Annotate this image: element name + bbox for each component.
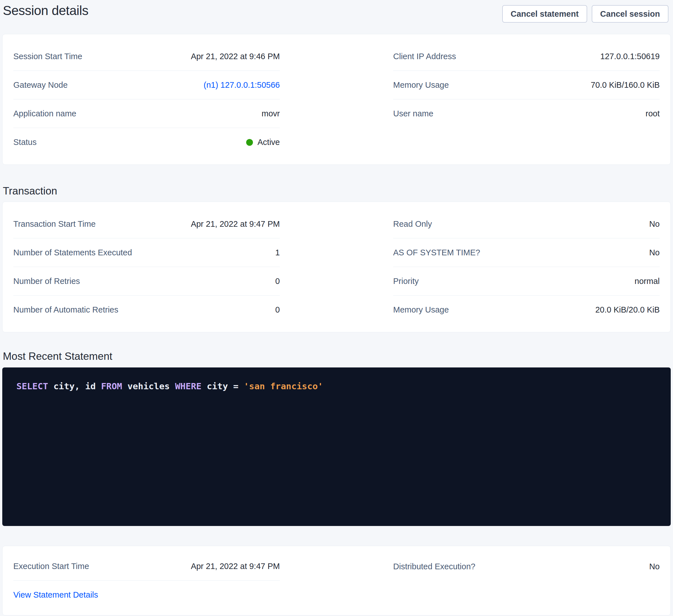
row-value: 127.0.0.1:50619 — [600, 52, 660, 61]
row-label: Memory Usage — [393, 305, 449, 315]
application-name-row: Application name movr — [13, 99, 280, 128]
page-header: Session details Cancel statement Cancel … — [0, 0, 673, 23]
execution-card-right-column: Distributed Execution? No — [393, 552, 660, 581]
client-ip-row: Client IP Address 127.0.0.1:50619 — [393, 42, 660, 71]
cancel-statement-button[interactable]: Cancel statement — [502, 5, 587, 23]
sql-statement-box: SELECT city, id FROM vehicles WHERE city… — [2, 367, 671, 526]
row-label: Priority — [393, 277, 419, 286]
execution-card-left-column: Execution Start Time Apr 21, 2022 at 9:4… — [13, 552, 280, 609]
row-value: No — [649, 562, 660, 571]
row-label: Number of Automatic Retries — [13, 305, 119, 315]
row-value: 0 — [275, 277, 280, 286]
status-active-dot-icon — [246, 139, 253, 146]
row-label: Read Only — [393, 219, 432, 229]
transaction-start-time-row: Transaction Start Time Apr 21, 2022 at 9… — [13, 210, 280, 238]
sql-string-literal: 'san francisco' — [244, 381, 323, 391]
sql-text: vehicles — [122, 381, 175, 391]
row-label: Memory Usage — [393, 80, 449, 90]
row-value: No — [649, 219, 660, 229]
execution-start-time-row: Execution Start Time Apr 21, 2022 at 9:4… — [13, 552, 280, 581]
as-of-system-time-row: AS OF SYSTEM TIME? No — [393, 238, 660, 267]
sql-text: city, id — [48, 381, 101, 391]
retries-row: Number of Retries 0 — [13, 267, 280, 296]
transaction-card-right-column: Read Only No AS OF SYSTEM TIME? No Prior… — [393, 210, 660, 324]
statements-executed-row: Number of Statements Executed 1 — [13, 238, 280, 267]
row-label: Gateway Node — [13, 80, 68, 90]
row-label: Number of Statements Executed — [13, 248, 132, 257]
row-label: Client IP Address — [393, 52, 456, 61]
row-value: Apr 21, 2022 at 9:46 PM — [191, 52, 280, 61]
row-label: Transaction Start Time — [13, 219, 96, 229]
priority-row: Priority normal — [393, 267, 660, 296]
session-card-left-column: Session Start Time Apr 21, 2022 at 9:46 … — [13, 42, 280, 157]
gateway-node-row: Gateway Node (n1) 127.0.0.1:50566 — [13, 71, 280, 99]
row-value: movr — [262, 109, 280, 118]
row-value: normal — [635, 277, 660, 286]
row-label: Number of Retries — [13, 277, 80, 286]
row-value: root — [646, 109, 660, 118]
sql-keyword: SELECT — [16, 381, 48, 391]
memory-usage-row: Memory Usage 70.0 KiB/160.0 KiB — [393, 71, 660, 99]
row-value: 0 — [275, 305, 280, 315]
execution-summary-card: Execution Start Time Apr 21, 2022 at 9:4… — [2, 546, 671, 615]
row-label: Distributed Execution? — [393, 562, 475, 571]
row-label: AS OF SYSTEM TIME? — [393, 248, 480, 257]
gateway-node-link[interactable]: (n1) 127.0.0.1:50566 — [204, 80, 280, 90]
cancel-session-button[interactable]: Cancel session — [592, 5, 668, 23]
sql-text: city = — [201, 381, 244, 391]
status-badge: Active — [246, 137, 280, 147]
session-card-right-column: Client IP Address 127.0.0.1:50619 Memory… — [393, 42, 660, 128]
row-label: Execution Start Time — [13, 562, 89, 571]
page-title: Session details — [3, 3, 88, 18]
user-name-row: User name root — [393, 99, 660, 128]
row-label: Application name — [13, 109, 76, 118]
status-row: Status Active — [13, 128, 280, 157]
status-text: Active — [257, 137, 280, 147]
distributed-execution-row: Distributed Execution? No — [393, 552, 660, 581]
row-value: Apr 21, 2022 at 9:47 PM — [191, 219, 280, 229]
row-value: 20.0 KiB/20.0 KiB — [596, 305, 660, 315]
session-summary-card: Session Start Time Apr 21, 2022 at 9:46 … — [2, 34, 671, 165]
sql-keyword: WHERE — [175, 381, 201, 391]
header-buttons: Cancel statement Cancel session — [502, 5, 668, 23]
row-value: Apr 21, 2022 at 9:47 PM — [191, 562, 280, 571]
row-value: No — [649, 248, 660, 257]
transaction-summary-card: Transaction Start Time Apr 21, 2022 at 9… — [2, 202, 671, 332]
statement-section-heading: Most Recent Statement — [3, 350, 673, 362]
transaction-section-heading: Transaction — [3, 185, 673, 197]
sql-keyword: FROM — [101, 381, 123, 391]
view-statement-details-link[interactable]: View Statement Details — [13, 590, 98, 600]
row-value: 1 — [275, 248, 280, 257]
row-value: 70.0 KiB/160.0 KiB — [591, 80, 660, 90]
view-statement-details-row: View Statement Details — [13, 581, 280, 609]
read-only-row: Read Only No — [393, 210, 660, 238]
row-label: Session Start Time — [13, 52, 82, 61]
row-label: Status — [13, 137, 36, 147]
session-start-time-row: Session Start Time Apr 21, 2022 at 9:46 … — [13, 42, 280, 71]
row-label: User name — [393, 109, 433, 118]
transaction-card-left-column: Transaction Start Time Apr 21, 2022 at 9… — [13, 210, 280, 324]
transaction-memory-usage-row: Memory Usage 20.0 KiB/20.0 KiB — [393, 296, 660, 324]
automatic-retries-row: Number of Automatic Retries 0 — [13, 296, 280, 324]
